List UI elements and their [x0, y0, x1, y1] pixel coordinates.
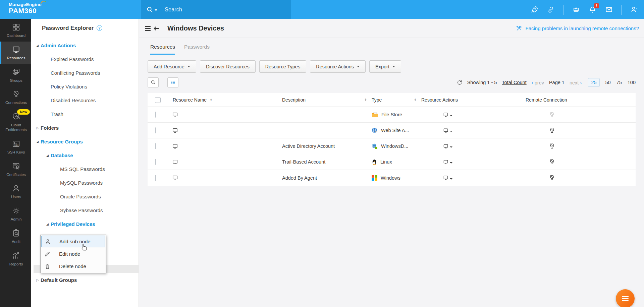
- tree-node-disabled-resources[interactable]: Disabled Resources: [31, 94, 139, 107]
- page-size-100[interactable]: 100: [628, 80, 636, 85]
- sidebar-item-admin[interactable]: Admin: [0, 203, 31, 225]
- sidebar-item-audit[interactable]: Audit: [0, 225, 31, 248]
- col-type[interactable]: Type: [372, 97, 382, 103]
- discover-resources-button[interactable]: Discover Resources: [200, 60, 256, 73]
- col-description[interactable]: Description: [282, 97, 306, 103]
- tree-node-ms-sql-passwords[interactable]: MS SQL Passwords: [31, 162, 139, 176]
- resource-actions-menu[interactable]: [443, 175, 548, 181]
- sidebar-item-groups[interactable]: Groups: [0, 64, 31, 86]
- rocket-icon[interactable]: [530, 6, 538, 14]
- resource-types-button[interactable]: Resource Types: [259, 60, 307, 73]
- pam360-logo[interactable]: ManageEngine PAM360: [9, 2, 42, 14]
- context-menu-delete-node[interactable]: Delete node: [41, 260, 106, 272]
- tree-node-default-groups[interactable]: ▷Default Groups: [31, 273, 139, 287]
- remote-connection-icon[interactable]: [548, 159, 556, 166]
- tree-node-oracle-passwords[interactable]: Oracle Passwords: [31, 190, 139, 203]
- resource-actions-menu[interactable]: [443, 128, 548, 133]
- sidebar-label: Groups: [10, 78, 22, 83]
- remote-connection-icon[interactable]: [548, 174, 556, 181]
- collapsed-arrow-icon[interactable]: ▷: [36, 278, 41, 282]
- trash-icon: [45, 264, 50, 269]
- sidebar-item-resources[interactable]: Resources: [0, 42, 31, 64]
- remote-connection-icon[interactable]: [548, 143, 556, 150]
- crown-icon[interactable]: [572, 6, 580, 14]
- sidebar-item-reports[interactable]: Reports: [0, 248, 31, 270]
- sidebar-item-connections[interactable]: Connections: [0, 86, 31, 109]
- page-size-75[interactable]: 75: [616, 80, 622, 85]
- tree-node-trash[interactable]: Trash: [31, 107, 139, 121]
- next-page[interactable]: next ›: [570, 80, 582, 85]
- tab-passwords[interactable]: Passwords: [184, 44, 210, 55]
- row-checkbox[interactable]: [155, 175, 156, 181]
- tree-node-privileged-devices[interactable]: ◢Privileged Devices: [31, 217, 139, 231]
- sidebar-item-users[interactable]: Users: [0, 180, 31, 203]
- expanded-arrow-icon[interactable]: ◢: [36, 140, 41, 143]
- table-row: Added By Agent Windows: [148, 170, 636, 186]
- total-count-link[interactable]: Total Count: [502, 80, 526, 85]
- expanded-arrow-icon[interactable]: ◢: [46, 154, 51, 157]
- tree-node-policy-violations[interactable]: Policy Violations: [31, 80, 139, 94]
- remote-connection-icon[interactable]: [548, 127, 556, 134]
- sidebar-item-certificates[interactable]: Certificates: [0, 158, 31, 181]
- search-input[interactable]: [165, 6, 265, 13]
- expanded-arrow-icon[interactable]: ◢: [46, 223, 51, 226]
- sidebar-item-cloud-entitlements[interactable]: New Cloud Entitlements: [0, 109, 31, 136]
- col-resource-name[interactable]: Resource Name: [173, 97, 207, 103]
- mail-icon[interactable]: [605, 6, 613, 14]
- prev-page[interactable]: ‹ prev: [532, 80, 544, 85]
- bell-icon[interactable]: !: [588, 6, 596, 14]
- help-icon[interactable]: ?: [97, 25, 102, 31]
- refresh-icon[interactable]: [457, 80, 462, 85]
- tree-node-mysql-passwords[interactable]: MySQL Passwords: [31, 176, 139, 190]
- table-row: Active Directory Account WindowsD...: [148, 138, 636, 154]
- tree-node-database[interactable]: ◢Database: [31, 148, 139, 162]
- tree-node-folders[interactable]: ▷Folders: [31, 121, 139, 135]
- export-button[interactable]: Export: [369, 60, 401, 73]
- list-view-toggle-button[interactable]: [167, 77, 178, 87]
- dropdown-caret-icon: [450, 115, 452, 116]
- row-checkbox[interactable]: [155, 159, 156, 165]
- resource-actions-button[interactable]: Resource Actions: [310, 60, 366, 73]
- tree-node-conflicting-passwords[interactable]: Conflicting Passwords: [31, 66, 139, 80]
- collapsed-arrow-icon[interactable]: ▷: [36, 126, 41, 130]
- row-checkbox[interactable]: [155, 143, 156, 149]
- page-size-50[interactable]: 50: [605, 80, 611, 85]
- sort-icon[interactable]: ▲▼: [364, 99, 367, 102]
- search-scope-caret-icon[interactable]: [155, 9, 157, 11]
- tree-node-admin-actions[interactable]: ◢Admin Actions: [31, 39, 139, 52]
- resource-actions-menu[interactable]: [443, 159, 548, 165]
- tree-node-expired-passwords[interactable]: Expired Passwords: [31, 52, 139, 66]
- remote-connection-help-link[interactable]: Facing problems in launching remote conn…: [516, 25, 639, 32]
- row-checkbox[interactable]: [155, 112, 156, 118]
- monitor-actions-icon: [443, 112, 449, 118]
- expanded-arrow-icon[interactable]: ◢: [36, 44, 41, 47]
- table-search-button[interactable]: [148, 77, 159, 87]
- link-icon[interactable]: [547, 6, 555, 14]
- sidebar-item-ssh-keys[interactable]: SSH SSH Keys: [0, 136, 31, 158]
- quick-menu-fab[interactable]: [616, 289, 635, 307]
- context-menu-add-sub-node[interactable]: Add sub node: [41, 236, 105, 247]
- resource-actions-menu[interactable]: [443, 143, 548, 149]
- sort-icon[interactable]: ▲▼: [414, 99, 417, 102]
- tab-resources[interactable]: Resources: [150, 44, 175, 55]
- person-add-icon: [45, 239, 51, 244]
- context-menu-edit-node[interactable]: Edit node: [41, 248, 106, 260]
- sidebar-label: Users: [11, 195, 21, 199]
- monitor-actions-icon: [443, 128, 449, 133]
- add-resource-button[interactable]: Add Resource: [148, 60, 196, 73]
- search-icon[interactable]: [146, 6, 154, 13]
- tree-node-sybase-passwords[interactable]: Sybase Passwords: [31, 203, 139, 217]
- page-size-options: 25 50 75 100: [588, 78, 636, 87]
- sidebar-item-dashboard[interactable]: Dashboard: [0, 19, 31, 42]
- back-arrow-icon[interactable]: [153, 25, 160, 32]
- page-size-25[interactable]: 25: [588, 78, 599, 87]
- resource-actions-menu[interactable]: [443, 112, 548, 118]
- sort-icon[interactable]: ▲▼: [210, 99, 212, 102]
- dropdown-caret-icon: [357, 66, 360, 67]
- row-checkbox[interactable]: [155, 127, 156, 133]
- select-all-checkbox[interactable]: [155, 97, 161, 103]
- tree-node-resource-groups[interactable]: ◢Resource Groups: [31, 135, 139, 148]
- collapse-tree-icon[interactable]: [145, 26, 151, 31]
- sidebar-label: Reports: [9, 262, 23, 267]
- user-menu-icon[interactable]: [630, 6, 638, 14]
